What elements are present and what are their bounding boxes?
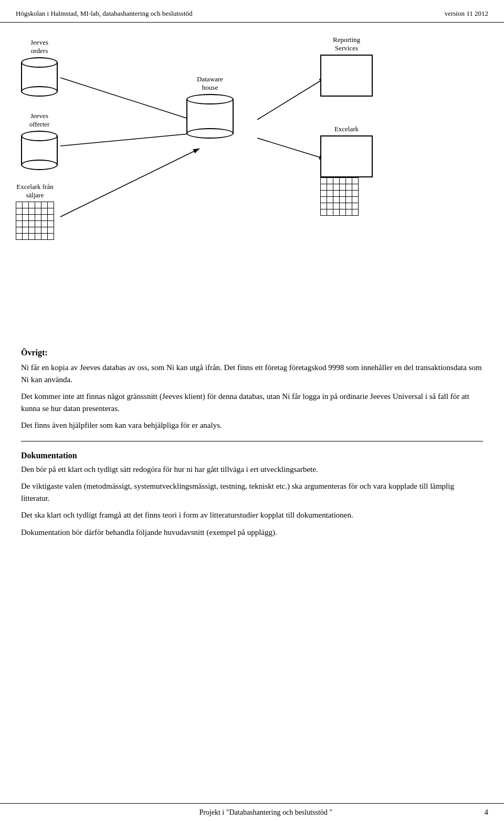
excelark-grid-node <box>320 177 359 216</box>
jeeves-orders-label: Jeevesorders <box>30 38 48 55</box>
excelark-label: Excelark <box>334 125 359 133</box>
svg-line-2 <box>60 133 200 146</box>
jeeves-orders-node: Jeevesorders <box>21 38 58 97</box>
page-header: Högskolan i Halmstad, MI-lab, databashan… <box>0 0 504 23</box>
header-left: Högskolan i Halmstad, MI-lab, databashan… <box>16 9 193 18</box>
excelark-node: Excelark <box>320 125 373 177</box>
excelark-grid <box>320 177 359 216</box>
jeeves-offerter-cylinder <box>21 131 58 170</box>
reporting-services-label: ReportingServices <box>333 36 360 52</box>
reporting-services-node: ReportingServices <box>320 36 373 97</box>
page-footer: Projekt i "Databashantering och beslutss… <box>0 803 504 821</box>
para6: Det ska klart och tydligt framgå att det… <box>21 509 483 521</box>
para7: Dokumentation bör därför behandla följan… <box>21 527 483 539</box>
para1: Ni får en kopia av Jeeves databas av oss… <box>21 362 483 385</box>
footer-center: Projekt i "Databashantering och beslutss… <box>47 808 485 817</box>
dokumentation-heading: Dokumentation <box>21 451 483 460</box>
para4: Den bör på ett klart och tydligt sätt re… <box>21 464 483 476</box>
para3: Det finns även hjälpfiler som kan vara b… <box>21 419 483 431</box>
jeeves-orders-cylinder <box>21 57 58 97</box>
svg-line-4 <box>257 78 326 120</box>
excelark-fran-saljare-node: Excelark frånsäljare <box>16 183 54 240</box>
reporting-services-rect <box>320 55 373 97</box>
diagram-area: Jeevesorders Jeevesofferter Excelark frå… <box>0 23 504 348</box>
para2: Det kommer inte att finnas något gränssn… <box>21 391 483 414</box>
dataware-house-label: Datawarehouse <box>197 75 223 92</box>
dataware-house-node: Datawarehouse <box>186 75 234 139</box>
footer-page: 4 <box>485 808 489 817</box>
jeeves-offerter-node: Jeevesofferter <box>21 112 58 170</box>
arrows-svg <box>0 23 504 348</box>
svg-line-5 <box>257 138 326 159</box>
excelark-rect <box>320 135 373 177</box>
header-right: version 11 2012 <box>445 9 488 18</box>
excelark-fran-saljare-grid <box>16 202 54 240</box>
para5: De viktigaste valen (metodmässigt, syste… <box>21 480 483 504</box>
content-area: Övrigt: Ni får en kopia av Jeeves databa… <box>0 348 504 538</box>
excelark-fran-saljare-label: Excelark frånsäljare <box>16 183 53 199</box>
section-divider <box>21 441 483 441</box>
ovrigt-heading: Övrigt: <box>21 348 483 357</box>
jeeves-offerter-label: Jeevesofferter <box>29 112 50 129</box>
dataware-house-cylinder <box>186 94 234 139</box>
svg-line-1 <box>60 78 200 122</box>
svg-line-3 <box>60 149 200 217</box>
